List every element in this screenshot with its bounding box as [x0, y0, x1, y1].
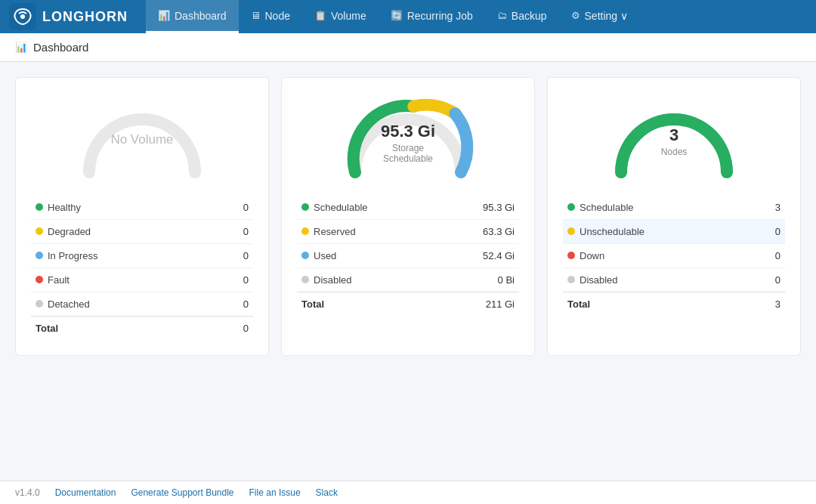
inprogress-label: In Progress [48, 250, 97, 261]
disabled-storage-label: Disabled [314, 274, 352, 286]
storage-gauge: 95.3 Gi Storage Schedulable [340, 93, 476, 184]
degraded-value: 0 [215, 220, 253, 244]
storage-total-row: Total 211 Gi [297, 292, 519, 317]
nodes-value: 3 [661, 125, 688, 145]
schedulable-dot [301, 203, 309, 211]
detached-label: Detached [48, 298, 90, 310]
volume-card: No Volume Healthy 0 Degraded 0 In Progre… [15, 77, 269, 356]
table-row: Reserved 63.3 Gi [297, 220, 519, 244]
nav-label-recurring-job: Recurring Job [407, 10, 473, 22]
unschedulable-value: 0 [753, 220, 785, 244]
schedulable-label: Schedulable [314, 202, 368, 213]
nodes-label: Nodes [661, 147, 688, 157]
used-dot [301, 252, 309, 259]
nodes-gauge: 3 Nodes [606, 93, 742, 184]
unschedulable-dot [567, 227, 575, 235]
disabled-storage-dot [301, 276, 309, 283]
nodes-total-row: Total 3 [563, 292, 785, 317]
table-row: Detached 0 [31, 292, 253, 317]
storage-total-value: 211 Gi [441, 292, 519, 317]
healthy-value: 0 [215, 196, 253, 220]
disabled-storage-value: 0 Bi [441, 268, 519, 292]
used-label: Used [314, 250, 336, 261]
storage-value: 95.3 Gi [374, 122, 442, 141]
logo-text: LONGHORN [42, 9, 128, 25]
degraded-dot [36, 227, 43, 235]
nav-item-recurring-job[interactable]: 🔄 Recurring Job [379, 0, 485, 33]
inprogress-value: 0 [215, 244, 253, 268]
disabled-nodes-dot [567, 276, 575, 283]
storage-total-label: Total [297, 292, 441, 317]
table-row: Schedulable 95.3 Gi [297, 196, 519, 220]
table-row: In Progress 0 [31, 244, 253, 268]
backup-nav-icon: 🗂 [497, 10, 507, 21]
fault-dot [36, 276, 43, 283]
nav-item-dashboard[interactable]: 📊 Dashboard [146, 0, 239, 33]
nodes-schedulable-label: Schedulable [580, 202, 634, 213]
storage-label: Storage Schedulable [374, 143, 442, 164]
navbar: LONGHORN 📊 Dashboard 🖥 Node 📋 Volume 🔄 R… [0, 0, 816, 33]
nav-item-node[interactable]: 🖥 Node [239, 0, 302, 33]
nodes-schedulable-dot [567, 203, 575, 211]
node-nav-icon: 🖥 [251, 10, 261, 21]
down-dot [567, 252, 575, 259]
longhorn-logo [9, 3, 36, 30]
footer: v1.4.0 Documentation Generate Support Bu… [0, 481, 816, 504]
page-header-icon: 📊 [15, 42, 27, 53]
no-volume-label: No Volume [110, 132, 173, 147]
unschedulable-label: Unschedulable [580, 226, 644, 237]
storage-card: 95.3 Gi Storage Schedulable Schedulable … [281, 77, 535, 356]
nav-label-setting: Setting ∨ [585, 10, 628, 22]
footer-version: v1.4.0 [15, 487, 40, 498]
recurring-job-nav-icon: 🔄 [391, 10, 403, 21]
page-header: 📊 Dashboard [0, 33, 816, 62]
file-issue-link[interactable]: File an Issue [249, 487, 301, 498]
down-value: 0 [753, 244, 785, 268]
reserved-value: 63.3 Gi [441, 220, 519, 244]
detached-value: 0 [215, 292, 253, 317]
svg-point-1 [20, 14, 25, 19]
down-label: Down [580, 250, 604, 261]
dashboard-nav-icon: 📊 [158, 10, 170, 21]
cards-row: No Volume Healthy 0 Degraded 0 In Progre… [15, 77, 801, 356]
table-row: Fault 0 [31, 268, 253, 292]
fault-label: Fault [48, 274, 70, 286]
volume-total-row: Total 0 [31, 317, 253, 341]
volume-total-value: 0 [215, 317, 253, 341]
nav-label-node: Node [265, 10, 290, 22]
table-row: Degraded 0 [31, 220, 253, 244]
nav-item-volume[interactable]: 📋 Volume [302, 0, 379, 33]
used-value: 52.4 Gi [441, 244, 519, 268]
degraded-label: Degraded [48, 226, 91, 237]
nav-item-backup[interactable]: 🗂 Backup [485, 0, 559, 33]
inprogress-dot [36, 252, 43, 259]
table-row: Healthy 0 [31, 196, 253, 220]
logo-area: LONGHORN [9, 3, 128, 30]
storage-center-text: 95.3 Gi Storage Schedulable [374, 122, 442, 164]
table-row: Unschedulable 0 [563, 220, 785, 244]
table-row: Disabled 0 [563, 268, 785, 292]
nav-items: 📊 Dashboard 🖥 Node 📋 Volume 🔄 Recurring … [146, 0, 640, 33]
detached-dot [36, 300, 43, 308]
reserved-label: Reserved [314, 226, 356, 237]
nodes-card: 3 Nodes Schedulable 3 Unschedulable 0 Do… [547, 77, 801, 356]
nav-label-dashboard: Dashboard [175, 10, 227, 22]
volume-total-label: Total [31, 317, 215, 341]
documentation-link[interactable]: Documentation [55, 487, 116, 498]
healthy-dot [36, 203, 43, 211]
disabled-nodes-value: 0 [753, 268, 785, 292]
setting-nav-icon: ⚙ [571, 10, 580, 21]
table-row: Used 52.4 Gi [297, 244, 519, 268]
support-bundle-link[interactable]: Generate Support Bundle [131, 487, 233, 498]
schedulable-value: 95.3 Gi [441, 196, 519, 220]
slack-link[interactable]: Slack [316, 487, 338, 498]
fault-value: 0 [215, 268, 253, 292]
disabled-nodes-label: Disabled [580, 274, 618, 286]
nav-label-volume: Volume [331, 10, 366, 22]
table-row: Disabled 0 Bi [297, 268, 519, 292]
nodes-stats-table: Schedulable 3 Unschedulable 0 Down 0 Dis… [563, 196, 785, 316]
nav-item-setting[interactable]: ⚙ Setting ∨ [559, 0, 640, 33]
table-row: Schedulable 3 [563, 196, 785, 220]
volume-stats-table: Healthy 0 Degraded 0 In Progress 0 Fault… [31, 196, 253, 340]
table-row: Down 0 [563, 244, 785, 268]
